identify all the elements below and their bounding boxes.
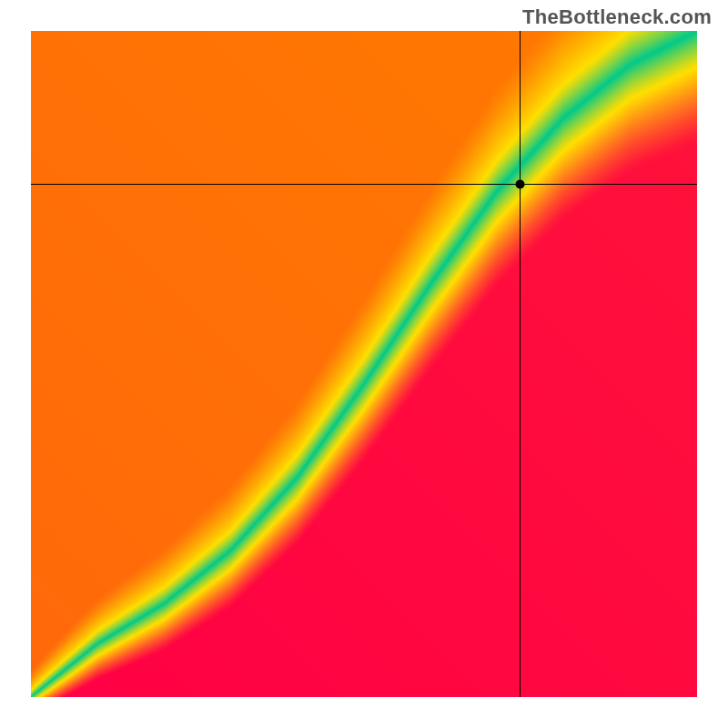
watermark-label: TheBottleneck.com <box>522 5 712 29</box>
bottleneck-heatmap <box>31 31 697 697</box>
heatmap-canvas <box>31 31 697 697</box>
